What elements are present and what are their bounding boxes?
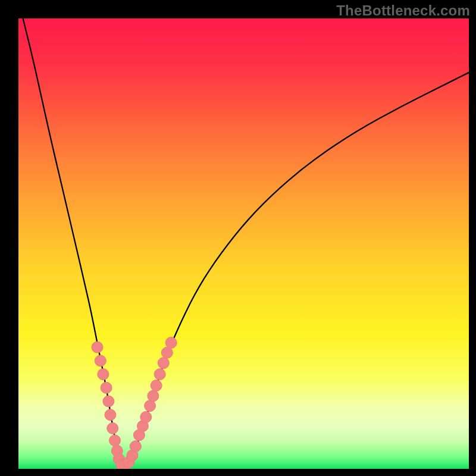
chart-background xyxy=(18,18,469,469)
chart-svg xyxy=(18,18,469,469)
sample-point xyxy=(101,382,112,393)
sample-point xyxy=(151,380,162,391)
sample-point xyxy=(161,347,173,358)
sample-point xyxy=(145,400,156,412)
sample-point xyxy=(148,390,159,402)
sample-point xyxy=(154,369,165,380)
sample-point xyxy=(107,422,118,434)
watermark-text: TheBottleneck.com xyxy=(336,2,470,19)
sample-point xyxy=(165,337,177,349)
sample-point xyxy=(92,342,103,353)
sample-point xyxy=(130,441,141,452)
sample-point xyxy=(158,358,169,369)
sample-point xyxy=(109,435,121,446)
sample-point xyxy=(98,369,109,380)
plot-area xyxy=(18,18,469,469)
chart-frame: TheBottleneck.com xyxy=(0,0,476,476)
sample-point xyxy=(105,409,116,421)
sample-point xyxy=(95,355,106,367)
sample-point xyxy=(140,411,152,422)
sample-point xyxy=(103,396,114,407)
